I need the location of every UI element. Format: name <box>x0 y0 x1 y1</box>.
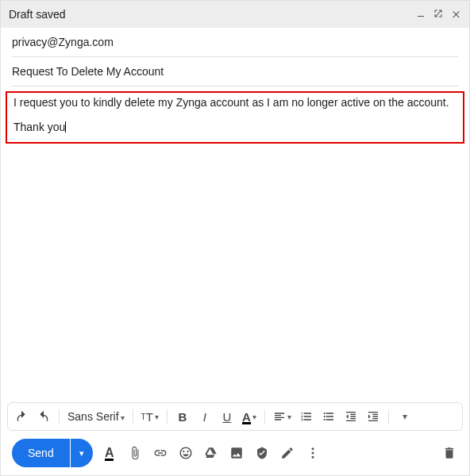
compose-body-area[interactable]: I request you to kindly delete my Zynga … <box>1 86 469 402</box>
insert-drive-icon[interactable] <box>202 444 220 462</box>
font-size-select[interactable]: TT▾ <box>141 410 159 424</box>
chevron-down-icon: ▾ <box>121 413 125 422</box>
compose-fields: privacy@Zynga.com Request To Delete My A… <box>1 28 469 86</box>
numbered-list-button[interactable] <box>299 410 314 423</box>
insert-signature-icon[interactable] <box>279 444 296 462</box>
compose-header: Draft saved <box>1 1 469 28</box>
send-more-button[interactable]: ▾ <box>71 439 93 467</box>
text-cursor <box>65 121 66 132</box>
more-format-button[interactable]: ▾ <box>397 411 411 422</box>
to-value: privacy@Zynga.com <box>12 36 114 48</box>
undo-button[interactable] <box>14 410 29 423</box>
separator <box>388 409 389 424</box>
more-options-icon[interactable] <box>304 444 322 462</box>
compose-window: Draft saved privacy@Zynga.com Request To… <box>0 0 470 476</box>
insert-link-icon[interactable] <box>152 444 169 462</box>
underline-button[interactable]: U <box>220 410 234 424</box>
separator <box>167 409 168 424</box>
body-line-1: I request you to kindly delete my Zynga … <box>13 96 457 109</box>
header-actions <box>416 9 461 21</box>
align-button[interactable]: ▾ <box>273 410 291 423</box>
svg-point-3 <box>311 456 314 459</box>
redo-button[interactable] <box>37 410 51 423</box>
indent-increase-button[interactable] <box>366 410 380 423</box>
subject-value: Request To Delete My Account <box>12 65 164 78</box>
compose-body-highlight: I request you to kindly delete my Zynga … <box>6 91 464 144</box>
formatting-options-button[interactable]: A <box>101 444 118 462</box>
minimize-icon[interactable] <box>416 9 426 20</box>
svg-point-1 <box>311 447 314 450</box>
confidential-mode-icon[interactable] <box>253 444 271 462</box>
italic-button[interactable]: I <box>198 410 212 424</box>
subject-field[interactable]: Request To Delete My Account <box>12 57 458 86</box>
separator <box>133 409 133 424</box>
body-line-2: Thank you <box>13 121 457 134</box>
svg-point-2 <box>311 452 314 455</box>
discard-draft-icon[interactable] <box>441 444 458 462</box>
toolbars: Sans Serif▾ TT▾ B I U A▾ ▾ <box>1 402 469 475</box>
format-toolbar: Sans Serif▾ TT▾ B I U A▾ ▾ <box>7 402 463 431</box>
insert-emoji-icon[interactable] <box>177 444 195 462</box>
separator <box>264 409 265 424</box>
text-color-button[interactable]: A▾ <box>242 410 256 424</box>
send-button[interactable]: Send <box>12 439 70 467</box>
insert-photo-icon[interactable] <box>228 444 245 462</box>
bulleted-list-button[interactable] <box>322 410 336 423</box>
close-icon[interactable] <box>451 9 461 21</box>
indent-decrease-button[interactable] <box>344 410 358 423</box>
svg-rect-0 <box>418 16 424 17</box>
font-family-select[interactable]: Sans Serif▾ <box>67 410 125 423</box>
fullscreen-icon[interactable] <box>433 9 443 20</box>
send-group: Send ▾ <box>12 439 93 467</box>
attach-file-icon[interactable] <box>126 444 144 462</box>
separator <box>59 409 60 424</box>
bold-button[interactable]: B <box>175 410 190 424</box>
action-toolbar: Send ▾ A <box>7 439 463 475</box>
header-title: Draft saved <box>9 8 66 21</box>
to-field[interactable]: privacy@Zynga.com <box>12 28 458 57</box>
